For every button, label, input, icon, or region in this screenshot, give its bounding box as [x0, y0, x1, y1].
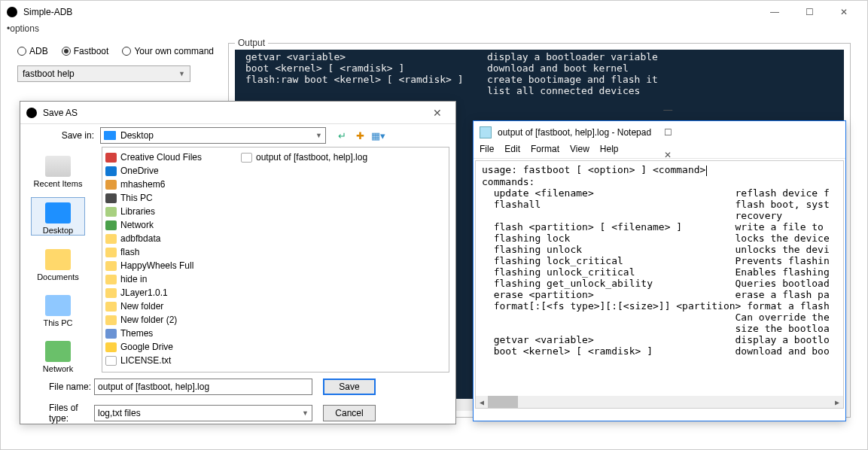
dialog-icon	[26, 108, 37, 118]
scrollbar-thumb[interactable]	[488, 396, 518, 408]
notepad-window-buttons: — ☐ ✕	[651, 99, 684, 166]
file-label: OneDrive	[120, 166, 159, 176]
file-icon	[105, 275, 117, 284]
radio-adb[interactable]: ADB	[17, 46, 48, 56]
file-list[interactable]: Creative Cloud FilesOneDrivemhashem6This…	[102, 147, 449, 372]
filetype-combobox[interactable]: log,txt files▼	[94, 405, 312, 421]
desktop-icon	[45, 202, 71, 223]
file-icon	[105, 288, 117, 298]
save-as-titlebar[interactable]: Save AS ✕	[20, 102, 455, 124]
menu-help[interactable]: Help	[600, 144, 619, 158]
command-combobox[interactable]: fastboot help ▼	[17, 65, 190, 82]
file-icon	[105, 234, 117, 244]
file-icon	[105, 193, 117, 203]
file-icon	[105, 329, 117, 339]
minimize-button[interactable]: —	[757, 1, 792, 23]
file-item[interactable]: Google Drive	[105, 340, 241, 354]
maximize-button[interactable]: ☐	[792, 1, 827, 23]
radio-fastboot[interactable]: Fastboot	[62, 46, 109, 56]
file-item[interactable]: output of [fastboot, help].log	[241, 151, 437, 164]
file-item[interactable]: Themes	[105, 327, 241, 340]
menu-options[interactable]: •options	[1, 23, 867, 38]
file-label: mhashem6	[120, 179, 165, 190]
savein-combobox[interactable]: Desktop ▼	[100, 127, 326, 144]
file-item[interactable]: This PC	[105, 191, 241, 205]
notepad-icon	[480, 126, 492, 138]
close-button[interactable]: ✕	[827, 1, 861, 23]
file-icon	[105, 315, 117, 325]
place-desktop[interactable]: Desktop	[31, 197, 85, 236]
place-documents[interactable]: Documents	[31, 245, 85, 281]
notepad-horizontal-scrollbar[interactable]: ◀ ▶	[476, 396, 843, 408]
file-item[interactable]: HappyWheels Full	[105, 259, 241, 272]
file-item[interactable]: LICENSE.txt	[105, 354, 241, 367]
radio-own-command[interactable]: Your own command	[122, 46, 214, 56]
minimize-button[interactable]: —	[651, 99, 684, 121]
view-menu-icon[interactable]: ▦▾	[371, 129, 385, 142]
file-label: Network	[120, 220, 154, 230]
output-label: Output	[235, 38, 268, 48]
file-icon	[105, 342, 117, 352]
chevron-down-icon: ▼	[315, 132, 322, 139]
filename-input[interactable]	[94, 379, 312, 395]
maximize-button[interactable]: ☐	[651, 121, 684, 144]
file-label: flash	[120, 247, 139, 257]
save-button[interactable]: Save	[323, 379, 376, 395]
chevron-down-icon: ▼	[302, 409, 309, 417]
menu-format[interactable]: Format	[531, 144, 559, 158]
file-label: hide in	[120, 274, 147, 284]
cancel-button[interactable]: Cancel	[323, 405, 376, 421]
file-label: JLayer1.0.1	[120, 287, 168, 298]
file-label: output of [fastboot, help].log	[256, 152, 367, 163]
menu-file[interactable]: File	[480, 144, 494, 158]
file-item[interactable]: Creative Cloud Files	[105, 151, 241, 164]
scroll-right-icon[interactable]: ▶	[831, 396, 843, 408]
dialog-close-button[interactable]: ✕	[425, 107, 449, 119]
savein-label: Save in:	[26, 130, 94, 141]
filename-label: File name:	[26, 382, 94, 392]
file-item[interactable]: OneDrive	[105, 164, 241, 178]
file-icon	[105, 302, 117, 312]
scroll-left-icon[interactable]: ◀	[476, 396, 488, 408]
notepad-titlebar[interactable]: output of [fastboot, help].log - Notepad…	[474, 121, 845, 144]
up-one-level-icon[interactable]: ↵	[335, 129, 349, 142]
file-label: This PC	[120, 193, 153, 203]
file-icon	[105, 261, 117, 271]
file-item[interactable]: mhashem6	[105, 178, 241, 191]
file-item[interactable]: hide in	[105, 272, 241, 286]
place-network[interactable]: Network	[31, 336, 85, 373]
file-icon	[105, 153, 117, 163]
file-item[interactable]: New folder	[105, 299, 241, 313]
file-item[interactable]: JLayer1.0.1	[105, 286, 241, 299]
file-icon	[105, 220, 117, 230]
file-item[interactable]: New folder (2)	[105, 313, 241, 327]
file-label: HappyWheels Full	[120, 260, 193, 271]
notepad-window: output of [fastboot, help].log - Notepad…	[473, 120, 846, 421]
notepad-title: output of [fastboot, help].log - Notepad	[498, 127, 651, 138]
file-item[interactable]: flash	[105, 245, 241, 259]
new-folder-icon[interactable]: ✚	[353, 129, 367, 142]
file-icon	[105, 356, 117, 366]
file-label: Themes	[120, 328, 153, 339]
menu-view[interactable]: View	[570, 144, 589, 158]
chevron-down-icon: ▼	[178, 70, 185, 78]
filetype-label: Files of type:	[26, 403, 94, 424]
file-item[interactable]: Network	[105, 218, 241, 232]
places-bar: Recent Items Desktop Documents This PC N…	[20, 147, 96, 372]
place-thispc[interactable]: This PC	[31, 290, 85, 327]
file-label: Libraries	[120, 206, 155, 217]
file-icon	[105, 207, 117, 217]
file-item[interactable]: adbfbdata	[105, 232, 241, 245]
main-titlebar[interactable]: Simple-ADB — ☐ ✕	[1, 1, 867, 23]
notepad-textarea[interactable]: usage: fastboot [ <option> ] <command> c…	[475, 160, 844, 409]
save-as-dialog: Save AS ✕ Save in: Desktop ▼ ↵ ✚ ▦▾ Rece…	[20, 101, 456, 424]
file-label: LICENSE.txt	[120, 355, 171, 366]
file-label: Creative Cloud Files	[120, 152, 202, 163]
recent-icon	[45, 156, 71, 177]
place-recent[interactable]: Recent Items	[31, 151, 85, 188]
menu-edit[interactable]: Edit	[504, 144, 520, 158]
documents-icon	[45, 249, 71, 270]
file-icon	[241, 153, 252, 163]
file-icon	[105, 166, 117, 176]
file-item[interactable]: Libraries	[105, 205, 241, 218]
